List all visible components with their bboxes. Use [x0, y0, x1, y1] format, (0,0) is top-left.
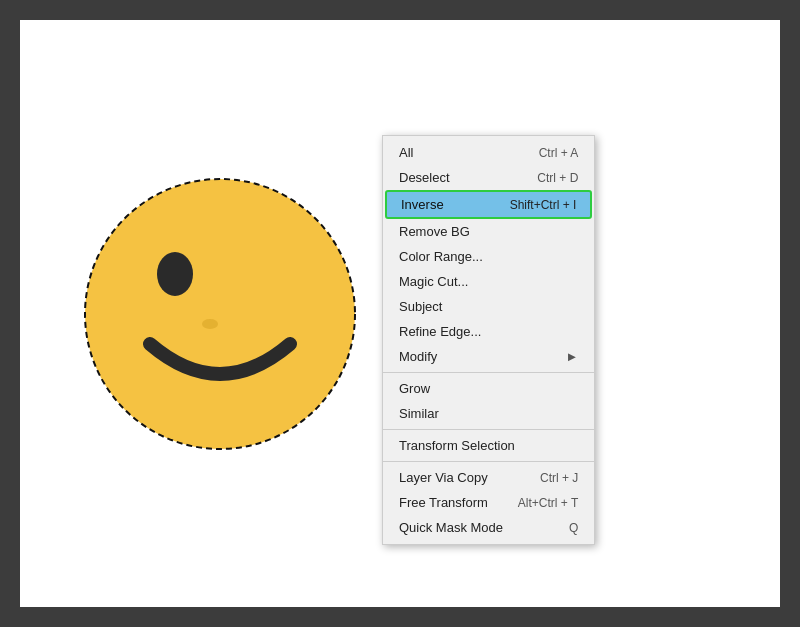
svg-point-2 — [202, 319, 218, 329]
menu-item-free-transform[interactable]: Free Transform Alt+Ctrl + T — [383, 490, 594, 515]
svg-point-1 — [157, 252, 193, 296]
menu-label-free-transform: Free Transform — [399, 495, 488, 510]
menu-item-magic-cut[interactable]: Magic Cut... — [383, 269, 594, 294]
menu-label-color-range: Color Range... — [399, 249, 483, 264]
menu-separator-2 — [383, 429, 594, 430]
context-menu: All Ctrl + A Deselect Ctrl + D Inverse S… — [382, 135, 595, 545]
menu-label-inverse: Inverse — [401, 197, 444, 212]
menu-separator-3 — [383, 461, 594, 462]
menu-label-quick-mask-mode: Quick Mask Mode — [399, 520, 503, 535]
menu-item-quick-mask-mode[interactable]: Quick Mask Mode Q — [383, 515, 594, 540]
smiley-container — [80, 164, 360, 464]
menu-shortcut-all: Ctrl + A — [539, 146, 579, 160]
menu-item-similar[interactable]: Similar — [383, 401, 594, 426]
menu-label-layer-via-copy: Layer Via Copy — [399, 470, 488, 485]
menu-label-transform-selection: Transform Selection — [399, 438, 515, 453]
menu-label-similar: Similar — [399, 406, 439, 421]
menu-label-deselect: Deselect — [399, 170, 450, 185]
menu-label-subject: Subject — [399, 299, 442, 314]
menu-item-grow[interactable]: Grow — [383, 376, 594, 401]
menu-label-refine-edge: Refine Edge... — [399, 324, 481, 339]
menu-item-modify[interactable]: Modify ► — [383, 344, 594, 369]
menu-shortcut-quick-mask-mode: Q — [569, 521, 578, 535]
menu-shortcut-inverse: Shift+Ctrl + I — [510, 198, 577, 212]
menu-item-layer-via-copy[interactable]: Layer Via Copy Ctrl + J — [383, 465, 594, 490]
menu-label-all: All — [399, 145, 413, 160]
chevron-right-icon: ► — [565, 349, 578, 364]
menu-item-subject[interactable]: Subject — [383, 294, 594, 319]
menu-label-grow: Grow — [399, 381, 430, 396]
menu-label-remove-bg: Remove BG — [399, 224, 470, 239]
menu-item-color-range[interactable]: Color Range... — [383, 244, 594, 269]
menu-shortcut-deselect: Ctrl + D — [537, 171, 578, 185]
svg-point-0 — [85, 179, 355, 449]
menu-shortcut-free-transform: Alt+Ctrl + T — [518, 496, 578, 510]
menu-shortcut-layer-via-copy: Ctrl + J — [540, 471, 578, 485]
menu-label-modify: Modify — [399, 349, 437, 364]
menu-item-all[interactable]: All Ctrl + A — [383, 140, 594, 165]
menu-item-deselect[interactable]: Deselect Ctrl + D — [383, 165, 594, 190]
menu-label-magic-cut: Magic Cut... — [399, 274, 468, 289]
menu-separator-1 — [383, 372, 594, 373]
menu-item-transform-selection[interactable]: Transform Selection — [383, 433, 594, 458]
menu-item-refine-edge[interactable]: Refine Edge... — [383, 319, 594, 344]
menu-item-inverse[interactable]: Inverse Shift+Ctrl + I — [385, 190, 592, 219]
menu-item-remove-bg[interactable]: Remove BG — [383, 219, 594, 244]
canvas-area: All Ctrl + A Deselect Ctrl + D Inverse S… — [20, 20, 780, 607]
